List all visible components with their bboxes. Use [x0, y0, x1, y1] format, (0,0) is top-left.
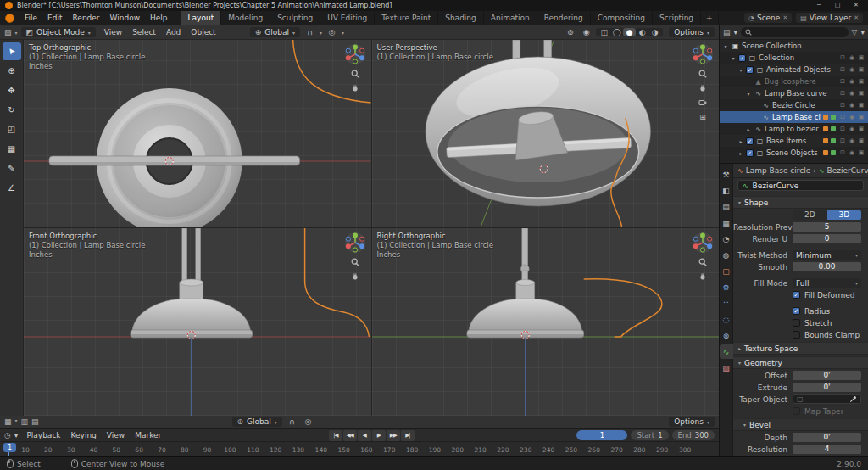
properties-tab-world[interactable]: ◍ [720, 248, 733, 262]
zoom-view-icon[interactable] [697, 68, 709, 80]
outliner-item-label[interactable]: Lamp Base curve [765, 89, 837, 98]
hide-in-viewport-icon[interactable]: ◉ [848, 78, 856, 85]
outliner-item-label[interactable]: Base Items [766, 137, 821, 145]
twist-method-select[interactable]: Minimum▾ [793, 250, 861, 260]
scene-selector[interactable]: ◔ Scene ✕ [744, 13, 792, 23]
properties-tab-render[interactable]: ◧ [720, 183, 733, 198]
workspace-tab-texture-paint[interactable]: Texture Paint [375, 11, 438, 25]
frame-start-field[interactable]: Start 1 [631, 430, 668, 440]
workspace-tab-animation[interactable]: Animation [484, 11, 537, 25]
add-workspace-button[interactable]: + [701, 11, 719, 25]
display-toggle-icon[interactable]: ⊡ [838, 90, 847, 97]
outliner-item-label[interactable]: Lamp Base circle [772, 113, 821, 121]
disable-in-render-icon[interactable]: ▣ [857, 102, 865, 109]
cursor-tool[interactable]: ⊕ [3, 62, 21, 80]
minimize-button[interactable]: ─ [810, 0, 827, 11]
close-button[interactable]: ✕ [848, 0, 865, 11]
snap-magnet-icon[interactable]: ∩ [286, 417, 298, 426]
options-menu[interactable]: Options ▾ [669, 27, 715, 37]
disable-in-render-icon[interactable]: ▣ [857, 66, 865, 73]
annotate-tool[interactable]: ✎ [3, 159, 21, 177]
editor-type-icon[interactable]: ▧ [4, 28, 12, 36]
section-bevel[interactable]: ▾Bevel [733, 418, 868, 431]
previous-keyframe-button[interactable]: ◀◀ [343, 430, 357, 441]
jump-to-end-button[interactable]: ▶| [401, 430, 415, 441]
transform-orientation-select[interactable]: ⊕ Global ▾ [232, 417, 282, 427]
toggle-xray-icon[interactable]: ◫ [598, 28, 610, 36]
viewport-quad-front[interactable]: Front Orthographic (1) Collection | Lamp… [24, 228, 371, 416]
play-reverse-button[interactable]: ◀ [358, 430, 371, 441]
move-view-icon[interactable] [349, 271, 361, 283]
move-view-icon[interactable] [697, 271, 709, 283]
render-u-field[interactable]: 0 [793, 234, 861, 243]
rotate-tool[interactable]: ↻ [3, 101, 21, 119]
shading-material-icon[interactable]: ◐ [636, 28, 648, 36]
viewport-menu-add[interactable]: Add [161, 25, 186, 39]
view-pivot-icon[interactable]: ▥ [21, 417, 29, 426]
menu-file[interactable]: File [19, 11, 42, 25]
viewport-quad-right[interactable]: Right Orthographic (1) Collection | Lamp… [372, 228, 720, 416]
expand-toggle-icon[interactable]: ▾ [737, 67, 744, 73]
move-view-icon[interactable] [697, 82, 709, 94]
properties-tab-tool[interactable]: ⚒ [720, 167, 733, 182]
show-gizmo-icon[interactable]: ⊚ [564, 28, 576, 36]
offset-field[interactable]: 0' [793, 371, 861, 380]
outliner-editor-icon[interactable]: ▤ [723, 28, 731, 36]
properties-tab-object-data[interactable]: ∿ [720, 344, 733, 359]
hide-in-viewport-icon[interactable]: ◉ [848, 54, 856, 61]
section-geometry[interactable]: ▾Geometry [733, 356, 868, 369]
toggle-perspective-icon[interactable]: ⊞ [697, 111, 709, 123]
outliner-item-label[interactable]: BezierCircle [772, 101, 837, 109]
outliner-row[interactable]: ▾∿Lamp Base curve⊡◉▣ [720, 87, 868, 99]
properties-tab-object[interactable]: ▢ [720, 264, 733, 278]
outliner-item-label[interactable]: Scene Collection [742, 42, 865, 50]
taper-object-field[interactable]: ▢ [793, 394, 861, 404]
outliner-item-label[interactable]: Lamp to bezier curve [765, 125, 821, 133]
properties-tab-constraints[interactable]: ⊗ [720, 328, 733, 343]
outliner-row[interactable]: ▲Bug Icosphere⊡◉▣ [720, 76, 868, 87]
outliner-row[interactable]: ▾✓▢Animated Objects⊡◉▣ [720, 64, 868, 76]
timeline-menu-keying[interactable]: Keying [66, 428, 102, 442]
navigation-gizmo[interactable] [692, 232, 714, 254]
workspace-tab-modeling[interactable]: Modeling [221, 11, 270, 25]
workspace-tab-scripting[interactable]: Scripting [653, 11, 701, 25]
hide-in-viewport-icon[interactable]: ◉ [848, 66, 856, 73]
hide-in-viewport-icon[interactable]: ◉ [848, 102, 856, 109]
curve-dimension-3d-button[interactable]: 3D [827, 210, 862, 220]
viewport-menu-object[interactable]: Object [186, 25, 220, 39]
viewport-menu-view[interactable]: View [99, 25, 127, 39]
radius-checkbox[interactable]: ✓ [793, 307, 800, 315]
display-toggle-icon[interactable]: ⊡ [838, 126, 847, 132]
move-tool[interactable]: ✥ [3, 81, 21, 99]
outliner-row[interactable]: ▸✓▢Scene Objects⊡◉▣ [720, 147, 868, 159]
collection-checkbox[interactable]: ✓ [746, 137, 754, 145]
outliner-row[interactable]: ▸✓▢Base Items⊡◉▣ [720, 135, 868, 147]
expand-toggle-icon[interactable]: ▾ [722, 43, 729, 49]
zoom-view-icon[interactable] [697, 256, 709, 268]
fill-mode-select[interactable]: Full▾ [793, 278, 861, 288]
properties-tab-physics[interactable]: ◌ [720, 312, 733, 327]
zoom-view-icon[interactable] [349, 68, 361, 80]
timeline-menu-playback[interactable]: Playback [21, 428, 65, 442]
disable-in-render-icon[interactable]: ▣ [857, 78, 865, 85]
expand-toggle-icon[interactable]: ▾ [730, 55, 737, 61]
curve-dimension-2d-button[interactable]: 2D [793, 210, 827, 220]
blender-menu-icon[interactable] [5, 14, 14, 23]
collection-checkbox[interactable]: ✓ [738, 54, 746, 62]
navigation-gizmo[interactable] [692, 43, 714, 65]
view-layer-selector[interactable]: ▤ View Layer ✕ [796, 13, 863, 23]
scale-tool[interactable]: ◰ [3, 120, 21, 138]
expand-toggle-icon[interactable]: ▸ [737, 150, 744, 156]
eyedropper-icon[interactable] [849, 395, 857, 403]
shading-solid-icon[interactable]: ● [623, 28, 636, 36]
transform-orientation-select[interactable]: ⊕ Global ▾ [250, 27, 300, 37]
camera-view-icon[interactable] [697, 97, 709, 109]
workspace-tab-shading[interactable]: Shading [438, 11, 484, 25]
move-view-icon[interactable] [349, 82, 361, 94]
properties-tab-view-layer[interactable]: ▦ [720, 215, 733, 230]
outliner-search-input[interactable] [741, 27, 849, 37]
snap-target-icon[interactable]: ▤ [31, 417, 39, 426]
disable-in-render-icon[interactable]: ▣ [857, 126, 865, 132]
filter-icon[interactable]: ▽ [852, 28, 858, 36]
proportional-editing-icon[interactable]: ◎ [302, 417, 314, 426]
